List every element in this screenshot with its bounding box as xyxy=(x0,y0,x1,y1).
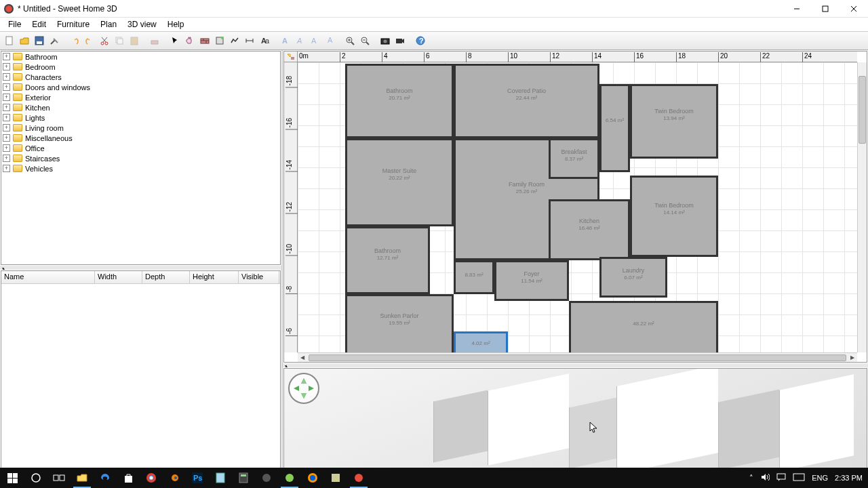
3d-view[interactable] xyxy=(283,368,867,474)
video-icon[interactable] xyxy=(393,34,407,47)
expand-icon[interactable]: + xyxy=(3,83,10,91)
expand-icon[interactable]: + xyxy=(3,155,10,162)
room[interactable]: Sunken Parlor19.55 m² xyxy=(345,294,454,352)
create-text-icon[interactable]: Aa xyxy=(258,34,271,47)
clock[interactable]: 2:33 PM xyxy=(835,474,863,482)
app-icon-1[interactable] xyxy=(255,468,278,488)
plan-view[interactable]: 0m24681012141618202224 -18-16-14-12-10-8… xyxy=(283,51,867,363)
catalog-item[interactable]: +Exterior xyxy=(1,92,280,102)
room[interactable]: Covered Patio22.44 m² xyxy=(454,64,599,138)
catalog-item[interactable]: +Kitchen xyxy=(1,102,280,113)
create-walls-icon[interactable] xyxy=(198,34,212,47)
task-view-icon[interactable] xyxy=(47,468,71,488)
menu-furniture[interactable]: Furniture xyxy=(52,18,95,30)
increase-text-icon[interactable]: A xyxy=(308,34,321,47)
cut-icon[interactable] xyxy=(98,34,111,47)
pan-icon[interactable] xyxy=(183,34,197,47)
room[interactable]: Twin Bedroom13.94 m² xyxy=(630,84,718,159)
expand-icon[interactable]: + xyxy=(3,124,10,131)
tray-chevron-icon[interactable]: ˄ xyxy=(749,474,753,483)
open-icon[interactable] xyxy=(18,34,31,47)
catalog-item[interactable]: +Office xyxy=(1,143,280,153)
notepad-icon[interactable] xyxy=(209,468,232,488)
decrease-text-icon[interactable]: A xyxy=(323,34,336,47)
horizontal-splitter[interactable] xyxy=(0,266,281,270)
copy-icon[interactable] xyxy=(113,34,126,47)
photoshop-icon[interactable]: Ps xyxy=(186,468,209,488)
menu-plan[interactable]: Plan xyxy=(95,18,122,30)
catalog-item[interactable]: +Living room xyxy=(1,123,280,133)
furniture-catalog[interactable]: +Bathroom+Bedroom+Characters+Doors and w… xyxy=(1,51,281,265)
blender-icon[interactable] xyxy=(163,468,186,488)
minimize-button[interactable] xyxy=(783,0,811,18)
file-explorer-icon[interactable] xyxy=(71,468,94,488)
store-icon[interactable] xyxy=(117,468,140,488)
create-dimensions-icon[interactable] xyxy=(243,34,256,47)
zoom-in-icon[interactable] xyxy=(343,34,357,47)
firefox-icon[interactable] xyxy=(301,468,324,488)
catalog-item[interactable]: +Characters xyxy=(1,72,280,82)
column-header[interactable]: Depth xyxy=(142,271,190,283)
keyboard-icon[interactable] xyxy=(793,473,805,483)
menu-3dview[interactable]: 3D view xyxy=(122,18,162,30)
create-rooms-icon[interactable] xyxy=(213,34,226,47)
room[interactable]: Laundry6.07 m² xyxy=(599,257,667,298)
cortana-icon[interactable] xyxy=(24,468,47,488)
app-icon-2[interactable] xyxy=(278,468,301,488)
room[interactable]: 48.22 m² xyxy=(569,301,718,352)
room[interactable]: Twin Bedroom14.14 m² xyxy=(630,176,718,257)
new-icon[interactable] xyxy=(3,34,16,47)
expand-icon[interactable]: + xyxy=(3,53,10,60)
catalog-item[interactable]: +Lights xyxy=(1,113,280,123)
taskbar[interactable]: Ps ˄ ENG 2:33 PM xyxy=(0,468,868,488)
expand-icon[interactable]: + xyxy=(3,165,10,172)
app-icon-3[interactable] xyxy=(324,468,347,488)
select-icon[interactable] xyxy=(168,34,182,47)
room[interactable]: 8.83 m² xyxy=(454,260,494,294)
chrome-icon[interactable] xyxy=(140,468,163,488)
column-header[interactable]: Width xyxy=(95,271,142,283)
preferences-icon[interactable] xyxy=(47,34,61,47)
catalog-item[interactable]: +Miscellaneous xyxy=(1,133,280,143)
paste-icon[interactable] xyxy=(127,34,141,47)
text-bold-icon[interactable]: A xyxy=(278,34,292,47)
menu-edit[interactable]: Edit xyxy=(26,18,52,30)
room[interactable]: 4.02 m² xyxy=(454,331,508,352)
undo-icon[interactable] xyxy=(68,34,81,47)
room[interactable]: 6.54 m² xyxy=(599,84,630,172)
horizontal-splitter-3d[interactable] xyxy=(283,363,868,367)
plan-canvas[interactable]: Bathroom20.71 m²Covered Patio22.44 m²Twi… xyxy=(298,62,857,352)
column-header[interactable]: Name xyxy=(1,271,95,283)
save-icon[interactable] xyxy=(33,34,46,47)
floorplan[interactable]: Bathroom20.71 m²Covered Patio22.44 m²Twi… xyxy=(345,64,725,352)
catalog-item[interactable]: +Doors and windows xyxy=(1,82,280,92)
menu-file[interactable]: File xyxy=(3,18,26,30)
3d-compass[interactable] xyxy=(288,373,319,404)
text-italic-icon[interactable]: A xyxy=(293,34,307,47)
maximize-button[interactable] xyxy=(811,0,840,18)
add-furniture-icon[interactable] xyxy=(148,34,161,47)
photo-icon[interactable] xyxy=(378,34,392,47)
catalog-item[interactable]: +Staircases xyxy=(1,153,280,163)
edge-icon[interactable] xyxy=(94,468,117,488)
expand-icon[interactable]: + xyxy=(3,63,10,70)
expand-icon[interactable]: + xyxy=(3,73,10,81)
language-indicator[interactable]: ENG xyxy=(812,474,828,482)
zoom-out-icon[interactable] xyxy=(358,34,372,47)
redo-icon[interactable] xyxy=(83,34,96,47)
horizontal-scrollbar[interactable]: ◀▶ xyxy=(298,352,857,362)
close-button[interactable] xyxy=(840,0,868,18)
calculator-icon[interactable] xyxy=(232,468,255,488)
column-header[interactable]: Height xyxy=(190,271,239,283)
expand-icon[interactable]: + xyxy=(3,94,10,101)
expand-icon[interactable]: + xyxy=(3,134,10,142)
furniture-list[interactable]: NameWidthDepthHeightVisible xyxy=(1,270,281,474)
room[interactable]: Bathroom20.71 m² xyxy=(345,64,454,138)
catalog-item[interactable]: +Bedroom xyxy=(1,62,280,72)
help-icon[interactable]: ? xyxy=(414,34,427,47)
expand-icon[interactable]: + xyxy=(3,114,10,121)
room[interactable]: Master Suite20.22 m² xyxy=(345,138,454,226)
expand-icon[interactable]: + xyxy=(3,104,10,111)
room[interactable]: Bathroom12.71 m² xyxy=(345,226,430,294)
expand-icon[interactable]: + xyxy=(3,144,10,152)
